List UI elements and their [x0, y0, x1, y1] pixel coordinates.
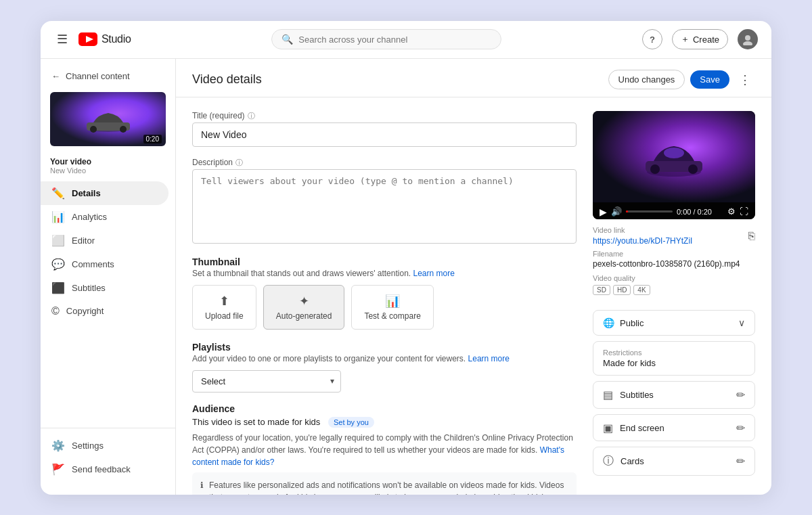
copy-link-button[interactable]: ⎘ [748, 230, 755, 242]
progress-bar[interactable] [626, 210, 673, 212]
restrictions-card: Restrictions Made for kids [593, 341, 755, 376]
logo-area: Studio [78, 32, 131, 46]
back-icon: ← [51, 71, 60, 81]
video-thumbnail-area: 0:20 [41, 85, 175, 153]
save-button[interactable]: Save [690, 70, 729, 89]
sidebar-item-comments[interactable]: 💬 Comments [41, 252, 168, 276]
upload-icon: ⬆ [219, 294, 229, 309]
search-input-wrap: 🔍 [271, 29, 501, 49]
sidebar-item-subtitles[interactable]: ⬛ Subtitles [41, 276, 168, 300]
video-link-url[interactable]: https://youtu.be/kDI-7HYtZiI [593, 236, 692, 246]
title-group: Title (required) ⓘ [192, 111, 577, 147]
quality-badges: SD HD 4K [593, 285, 755, 295]
content-area: Video details Undo changes Save ⋮ Title … [176, 59, 771, 495]
thumbnail-learn-more[interactable]: Learn more [413, 269, 455, 278]
play-button[interactable]: ▶ [600, 206, 607, 217]
sidebar-nav: ✏️ Details 📊 Analytics ⬜ Editor 💬 Commen… [41, 181, 175, 428]
hamburger-menu-icon[interactable]: ☰ [54, 29, 70, 49]
video-label: Your video [50, 157, 166, 166]
search-bar: 🔍 [131, 29, 642, 49]
sidebar-item-feedback[interactable]: 🚩 Send feedback [41, 457, 168, 481]
sidebar-label-details: Details [72, 188, 101, 198]
volume-icon[interactable]: 🔊 [611, 206, 622, 217]
sidebar-item-copyright[interactable]: © Copyright [41, 300, 168, 323]
subtitles-edit-icon[interactable]: ✏ [736, 388, 745, 401]
create-button[interactable]: ＋ Create [672, 29, 728, 49]
header-left: ☰ Studio [54, 29, 131, 49]
playlist-select[interactable]: Select [192, 370, 341, 393]
visibility-row[interactable]: 🌐 Public ∨ [593, 311, 754, 335]
sidebar-item-analytics[interactable]: 📊 Analytics [41, 205, 168, 229]
studio-text: Studio [102, 33, 131, 45]
video-meta: Video link https://youtu.be/kDI-7HYtZiI … [593, 226, 755, 305]
svg-point-12 [664, 148, 684, 158]
filename-value: pexels-cottonbro-10385870 (2160p).mp4 [593, 259, 755, 269]
playlists-sub: Add your video to one or more playlists … [192, 354, 577, 363]
audience-info-box: ℹ Features like personalized ads and not… [192, 472, 577, 495]
playlists-title: Playlists [192, 342, 577, 353]
subtitles-card-label: Subtitles [620, 390, 729, 400]
thumb-opt-upload-label: Upload file [205, 311, 244, 321]
feedback-icon: 🚩 [51, 463, 65, 476]
title-info-icon[interactable]: ⓘ [248, 111, 255, 121]
info-box-icon: ℹ [200, 479, 204, 495]
cards-card: ⓘ Cards ✏ [593, 447, 755, 475]
playback-time: 0:00 / 0:20 [677, 208, 723, 216]
thumb-opt-test[interactable]: 📊 Test & compare [351, 285, 433, 330]
car-silhouette-icon [81, 102, 135, 136]
description-textarea[interactable] [192, 169, 577, 244]
svg-point-3 [743, 41, 752, 45]
sidebar-label-feedback: Send feedback [72, 464, 131, 474]
subtitles-row[interactable]: ▤ Subtitles ✏ [593, 382, 754, 408]
video-link-label: Video link [593, 226, 692, 234]
thumb-duration: 0:20 [143, 135, 162, 143]
title-input[interactable] [192, 122, 577, 147]
subtitles-card: ▤ Subtitles ✏ [593, 381, 755, 409]
fullscreen-icon[interactable]: ⛶ [740, 206, 748, 217]
svg-point-2 [745, 35, 750, 41]
playlists-learn-more[interactable]: Learn more [468, 354, 510, 363]
editor-icon: ⬜ [51, 234, 65, 247]
sidebar-back[interactable]: ← Channel content [41, 67, 175, 85]
header-right: ? ＋ Create [642, 29, 758, 49]
description-label: Description ⓘ [192, 158, 577, 168]
description-info-icon[interactable]: ⓘ [235, 158, 243, 168]
cards-edit-icon[interactable]: ✏ [736, 455, 745, 468]
comments-icon: 💬 [51, 258, 65, 271]
preview-screen [593, 111, 755, 202]
subtitles-icon: ⬛ [51, 282, 65, 294]
player-settings-icon[interactable]: ⚙ [727, 206, 736, 217]
auto-gen-icon: ✦ [299, 294, 309, 309]
quality-row: Video quality SD HD 4K [593, 274, 755, 295]
avatar[interactable] [738, 29, 758, 49]
end-screen-edit-icon[interactable]: ✏ [736, 422, 745, 434]
more-options-button[interactable]: ⋮ [735, 70, 755, 90]
undo-changes-button[interactable]: Undo changes [608, 70, 685, 89]
visibility-value: Public [620, 318, 733, 328]
playlist-select-wrap: Select ▾ [192, 370, 341, 393]
audience-status: This video is set to made for kids Set b… [192, 417, 577, 428]
app-header: ☰ Studio 🔍 ? ＋ Create [41, 21, 771, 59]
sidebar-item-settings[interactable]: ⚙️ Settings [41, 434, 168, 457]
thumb-opt-upload[interactable]: ⬆ Upload file [192, 285, 256, 330]
sidebar: ← Channel content 0:20 [41, 59, 176, 495]
sidebar-item-editor[interactable]: ⬜ Editor [41, 229, 168, 252]
thumb-opt-auto[interactable]: ✦ Auto-generated [263, 285, 345, 330]
end-screen-card: ▣ End screen ✏ [593, 414, 755, 442]
cards-row[interactable]: ⓘ Cards ✏ [593, 447, 754, 475]
audience-desc: Regardless of your location, you're lega… [192, 432, 577, 468]
svg-point-10 [650, 164, 660, 174]
video-thumbnail: 0:20 [50, 92, 166, 146]
chevron-down-icon: ∨ [738, 317, 745, 328]
video-name: New Video [50, 166, 166, 175]
sidebar-item-details[interactable]: ✏️ Details [41, 181, 168, 205]
end-screen-row[interactable]: ▣ End screen ✏ [593, 415, 754, 441]
video-link-row: Video link https://youtu.be/kDI-7HYtZiI … [593, 226, 755, 246]
restrictions-value: Made for kids [603, 358, 745, 368]
quality-4k: 4K [633, 285, 650, 295]
audience-title: Audience [192, 403, 577, 414]
title-label: Title (required) ⓘ [192, 111, 577, 121]
help-button[interactable]: ? [642, 29, 662, 49]
search-input[interactable] [298, 35, 491, 45]
sidebar-label-settings: Settings [72, 441, 104, 451]
